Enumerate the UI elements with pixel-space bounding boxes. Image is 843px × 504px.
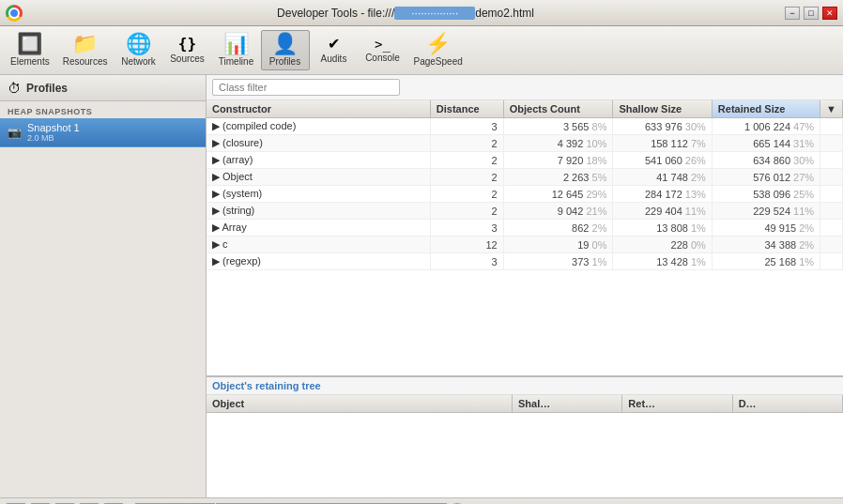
titlebar-title: Developer Tools - file:///··············… <box>26 7 785 20</box>
sidebar-header-icon: ⏱ <box>8 81 21 96</box>
cell-shallow: 158 112 7% <box>613 135 712 152</box>
cell-constructor: ▶ (string) <box>207 203 430 220</box>
sort-indicator: ▼ <box>820 100 843 118</box>
main-content: ⏱ Profiles HEAP SNAPSHOTS 📷 Snapshot 1 2… <box>0 75 843 497</box>
cell-constructor: ▶ (array) <box>207 152 430 169</box>
snapshot-icon: 📷 <box>8 126 22 139</box>
cell-retained: 34 388 2% <box>712 237 820 253</box>
col-constructor[interactable]: Constructor <box>207 100 430 118</box>
cell-retained: 25 168 1% <box>712 253 820 270</box>
cell-shallow: 284 172 13% <box>613 186 712 203</box>
cell-constructor: ▶ Object <box>207 169 430 186</box>
pagespeed-icon: ⚡ <box>425 34 451 54</box>
retaining-col-shallow: Shal… <box>513 395 622 412</box>
toolbar-profiles[interactable]: 👤 Profiles <box>261 30 310 70</box>
table-row[interactable]: ▶ Array 3 862 2% 13 808 1% 49 915 2% <box>207 220 843 237</box>
retaining-col-object: Object <box>207 395 513 412</box>
cell-spacer <box>820 186 843 203</box>
resources-label: Resources <box>63 56 108 67</box>
cell-shallow: 228 0% <box>613 237 712 253</box>
minimize-button[interactable]: − <box>785 7 800 20</box>
toolbar-timeline[interactable]: 📊 Timeline <box>212 30 261 70</box>
titlebar-controls: − □ ✕ <box>785 7 837 20</box>
sidebar-header: ⏱ Profiles <box>0 75 206 101</box>
cell-distance: 3 <box>430 220 503 237</box>
snapshot-sublabel: 2.0 MB <box>27 133 80 143</box>
toolbar-sources[interactable]: {} Sources <box>163 33 212 68</box>
table-row[interactable]: ▶ (closure) 2 4 392 10% 158 112 7% 665 1… <box>207 135 843 152</box>
network-icon: 🌐 <box>126 34 151 54</box>
sidebar: ⏱ Profiles HEAP SNAPSHOTS 📷 Snapshot 1 2… <box>0 75 207 497</box>
retaining-col-distance: D… <box>733 395 843 412</box>
titlebar: Developer Tools - file:///··············… <box>0 0 843 26</box>
table-row[interactable]: ▶ (compiled code) 3 3 565 8% 633 976 30%… <box>207 118 843 135</box>
toolbar-network[interactable]: 🌐 Network <box>115 30 163 70</box>
table-row[interactable]: ▶ Object 2 2 263 5% 41 748 2% 576 012 27… <box>207 169 843 186</box>
cell-spacer <box>820 118 843 135</box>
col-retained[interactable]: Retained Size <box>712 100 820 118</box>
network-label: Network <box>121 56 156 67</box>
cell-objects-count: 862 2% <box>503 220 613 237</box>
retaining-body <box>207 413 843 497</box>
toolbar-audits[interactable]: ✔ Audits <box>310 33 359 68</box>
retaining-tree: Object's retaining tree Object Shal… Ret… <box>207 375 843 497</box>
elements-icon: 🔲 <box>17 34 42 54</box>
cell-objects-count: 3 565 8% <box>503 118 613 135</box>
sources-icon: {} <box>178 37 196 52</box>
retaining-header: Object Shal… Ret… D… <box>207 395 843 413</box>
col-shallow[interactable]: Shallow Size <box>613 100 712 118</box>
sidebar-item-snapshot1[interactable]: 📷 Snapshot 1 2.0 MB <box>0 118 206 147</box>
cell-constructor: ▶ Array <box>207 220 430 237</box>
cell-objects-count: 2 263 5% <box>503 169 613 186</box>
console-icon: >_ <box>375 38 391 51</box>
timeline-icon: 📊 <box>223 34 249 54</box>
cell-objects-count: 9 042 21% <box>503 203 613 220</box>
audits-icon: ✔ <box>328 37 340 52</box>
cell-spacer <box>820 203 843 220</box>
cell-objects-count: 7 920 18% <box>503 152 613 169</box>
cell-spacer <box>820 135 843 152</box>
cell-spacer <box>820 152 843 169</box>
cell-retained: 229 524 11% <box>712 203 820 220</box>
table-row[interactable]: ▶ (regexp) 3 373 1% 13 428 1% 25 168 1% <box>207 253 843 270</box>
cell-retained: 634 860 30% <box>712 152 820 169</box>
cell-distance: 3 <box>430 118 503 135</box>
audits-label: Audits <box>321 53 347 64</box>
table-row[interactable]: ▶ (array) 2 7 920 18% 541 060 26% 634 86… <box>207 152 843 169</box>
class-filter-input[interactable] <box>212 79 400 96</box>
retaining-title: Object's retaining tree <box>207 377 843 395</box>
cell-spacer <box>820 237 843 253</box>
cell-distance: 3 <box>430 253 503 270</box>
close-button[interactable]: ✕ <box>822 7 837 20</box>
cell-retained: 49 915 2% <box>712 220 820 237</box>
cell-spacer <box>820 169 843 186</box>
cell-distance: 2 <box>430 186 503 203</box>
col-objects[interactable]: Objects Count <box>503 100 613 118</box>
filter-bar <box>207 75 843 100</box>
sidebar-section-title: HEAP SNAPSHOTS <box>0 101 206 118</box>
cell-distance: 2 <box>430 152 503 169</box>
cell-shallow: 13 428 1% <box>613 253 712 270</box>
cell-retained: 576 012 27% <box>712 169 820 186</box>
toolbar-elements[interactable]: 🔲 Elements <box>4 30 56 70</box>
cell-shallow: 541 060 26% <box>613 152 712 169</box>
toolbar-resources[interactable]: 📁 Resources <box>56 30 115 70</box>
cell-constructor: ▶ (regexp) <box>207 253 430 270</box>
url-highlight: ··············· <box>394 7 475 20</box>
table-row[interactable]: ▶ (string) 2 9 042 21% 229 404 11% 229 5… <box>207 203 843 220</box>
snapshot-label: Snapshot 1 <box>27 122 80 133</box>
table-wrapper[interactable]: Constructor Distance Objects Count Shall… <box>207 100 843 375</box>
col-distance[interactable]: Distance <box>430 100 503 118</box>
toolbar-pagespeed[interactable]: ⚡ PageSpeed <box>407 30 469 70</box>
sources-label: Sources <box>170 53 205 64</box>
cell-objects-count: 373 1% <box>503 253 613 270</box>
maximize-button[interactable]: □ <box>804 7 819 20</box>
console-label: Console <box>365 53 400 63</box>
toolbar-console[interactable]: >_ Console <box>359 34 407 67</box>
table-row[interactable]: ▶ c 12 19 0% 228 0% 34 388 2% <box>207 237 843 253</box>
table-row[interactable]: ▶ (system) 2 12 645 29% 284 172 13% 538 … <box>207 186 843 203</box>
cell-objects-count: 19 0% <box>503 237 613 253</box>
cell-retained: 665 144 31% <box>712 135 820 152</box>
profiles-icon: 👤 <box>272 34 298 54</box>
retaining-col-retained: Ret… <box>622 395 732 412</box>
